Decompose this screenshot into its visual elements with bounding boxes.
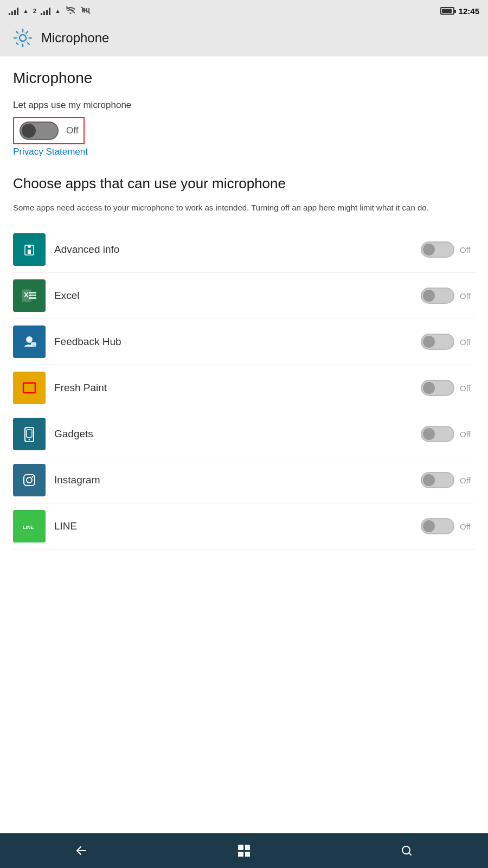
fresh-paint-toggle[interactable] xyxy=(421,380,454,396)
page-title: Microphone xyxy=(13,69,475,87)
app-name: Fresh Paint xyxy=(54,382,412,394)
page-header: Microphone xyxy=(0,22,488,56)
home-button[interactable] xyxy=(228,840,260,861)
app-toggle-label: Off xyxy=(460,291,475,301)
battery-icon xyxy=(440,7,454,15)
status-right: 12:45 xyxy=(440,7,479,16)
bottom-nav xyxy=(0,833,488,868)
toggle-knob xyxy=(423,520,435,532)
app-name: Gadgets xyxy=(54,428,412,440)
app-toggle-label: Off xyxy=(460,245,475,254)
status-time: 12:45 xyxy=(459,7,479,16)
triangle-1-icon: ▲ xyxy=(23,8,29,14)
header-title: Microphone xyxy=(41,30,109,46)
toggle-status: Off xyxy=(66,125,78,136)
app-name: Advanced info xyxy=(54,244,412,256)
app-toggle-row: Off xyxy=(421,472,475,488)
gadgets-toggle[interactable] xyxy=(421,426,454,442)
wifi-icon xyxy=(65,5,76,16)
svg-rect-10 xyxy=(29,297,36,299)
line-toggle[interactable] xyxy=(421,518,454,534)
list-item: Fresh Paint Off xyxy=(13,365,475,411)
choose-apps-title: Choose apps that can use your microphone xyxy=(13,175,475,193)
signal-2-icon xyxy=(41,7,50,15)
svg-rect-8 xyxy=(29,292,36,293)
toggle-knob xyxy=(423,336,435,348)
gear-icon xyxy=(13,28,33,48)
toggle-knob xyxy=(423,382,435,394)
signal-1-icon xyxy=(9,7,18,15)
app-toggle-row: Off xyxy=(421,380,475,396)
app-toggle-label: Off xyxy=(460,337,475,347)
svg-text:LINE: LINE xyxy=(23,525,34,530)
gadgets-icon xyxy=(13,418,46,450)
list-item: Gadgets Off xyxy=(13,411,475,457)
instagram-toggle[interactable] xyxy=(421,472,454,488)
choose-apps-desc: Some apps need access to your microphone… xyxy=(13,202,475,214)
back-button[interactable] xyxy=(65,840,98,861)
search-button[interactable] xyxy=(390,840,423,861)
svg-point-11 xyxy=(26,336,33,343)
svg-point-2 xyxy=(20,35,26,41)
app-name: Instagram xyxy=(54,474,412,486)
app-list: Advanced info Off X xyxy=(13,227,475,550)
svg-text:...: ... xyxy=(32,343,35,347)
status-bar: ▲ 2 ▲ 12:45 xyxy=(0,0,488,22)
toggle-knob xyxy=(22,124,36,138)
microphone-toggle-box: Off xyxy=(13,117,85,144)
app-name: Feedback Hub xyxy=(54,336,412,348)
status-left: ▲ 2 ▲ xyxy=(9,5,91,16)
svg-rect-14 xyxy=(23,383,35,393)
list-item: ... Feedback Hub Off xyxy=(13,319,475,365)
content-area: Microphone Let apps use my microphone Of… xyxy=(0,56,488,550)
app-name: LINE xyxy=(54,520,412,532)
svg-point-21 xyxy=(32,476,34,478)
app-toggle-row: Off xyxy=(421,334,475,350)
privacy-statement-link[interactable]: Privacy Statement xyxy=(13,146,475,157)
app-name: Excel xyxy=(54,290,412,302)
advanced-info-icon xyxy=(13,233,46,266)
list-item: Instagram Off xyxy=(13,457,475,503)
app-toggle-row: Off xyxy=(421,426,475,442)
feedback-hub-toggle[interactable] xyxy=(421,334,454,350)
svg-point-18 xyxy=(29,439,30,441)
app-toggle-label: Off xyxy=(460,476,475,485)
feedback-hub-icon: ... xyxy=(13,326,46,358)
list-item: Advanced info Off xyxy=(13,227,475,273)
data-off-icon xyxy=(80,6,91,16)
toggle-knob xyxy=(423,244,435,256)
svg-rect-9 xyxy=(29,295,36,296)
toggle-knob xyxy=(423,474,435,486)
microphone-toggle[interactable] xyxy=(20,122,59,140)
list-item: LINE LINE Off xyxy=(13,503,475,550)
sim2-label: 2 xyxy=(33,8,36,14)
app-toggle-row: Off xyxy=(421,518,475,534)
triangle-2-icon: ▲ xyxy=(55,8,61,14)
instagram-icon xyxy=(13,464,46,496)
list-item: X Excel Off xyxy=(13,273,475,319)
app-toggle-row: Off xyxy=(421,288,475,304)
choose-apps-section: Choose apps that can use your microphone… xyxy=(13,175,475,550)
svg-rect-17 xyxy=(27,430,32,437)
toggle-label: Let apps use my microphone xyxy=(13,100,475,111)
excel-toggle[interactable] xyxy=(421,288,454,304)
app-toggle-label: Off xyxy=(460,430,475,439)
advanced-info-toggle[interactable] xyxy=(421,241,454,258)
excel-icon: X xyxy=(13,279,46,312)
fresh-paint-icon xyxy=(13,372,46,404)
svg-point-20 xyxy=(27,477,32,483)
toggle-knob xyxy=(423,428,435,440)
app-toggle-label: Off xyxy=(460,522,475,531)
app-toggle-row: Off xyxy=(421,241,475,258)
svg-text:X: X xyxy=(24,291,29,299)
toggle-knob xyxy=(423,290,435,302)
windows-logo-icon xyxy=(238,845,250,857)
line-icon: LINE xyxy=(13,510,46,542)
app-toggle-label: Off xyxy=(460,384,475,393)
